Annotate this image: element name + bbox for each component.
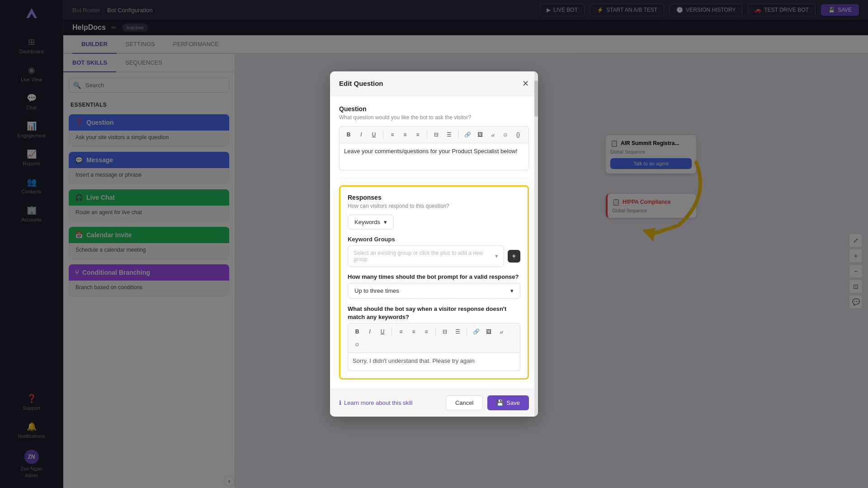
prompt-label: How many times should the bot prompt for…	[348, 273, 520, 280]
learn-more-link[interactable]: ℹ Learn more about this skill	[339, 399, 413, 406]
align-right-button[interactable]: ≡	[412, 129, 423, 140]
responses-section: Responses How can visitors respond to th…	[339, 185, 529, 380]
chevron-down-icon: ▾	[384, 219, 387, 225]
modal-title: Edit Question	[339, 80, 383, 87]
cancel-button[interactable]: Cancel	[446, 395, 483, 410]
unordered-list-button[interactable]: ☰	[443, 129, 454, 140]
prompt-select[interactable]: Up to three times ▾	[348, 283, 520, 299]
mismatch-align-right-button[interactable]: ≡	[421, 326, 432, 337]
mismatch-bold-button[interactable]: B	[352, 326, 363, 337]
save-button[interactable]: 💾 Save	[487, 395, 529, 410]
question-label: Question	[339, 105, 529, 113]
chevron-down-icon: ▾	[495, 253, 498, 259]
modal-body: Question What question would you like th…	[330, 96, 538, 389]
toolbar-sep-1	[383, 130, 383, 139]
modal-divider	[339, 178, 529, 178]
modal-close-button[interactable]: ✕	[522, 79, 529, 89]
question-section: Question What question would you like th…	[339, 105, 529, 170]
mismatch-align-left-button[interactable]: ≡	[396, 326, 406, 337]
mismatch-italic-button[interactable]: I	[364, 326, 375, 337]
mismatch-emoji-button[interactable]: ☺	[352, 339, 363, 350]
info-icon: ℹ	[339, 399, 341, 406]
mismatch-editor-toolbar: B I U ≡ ≡ ≡ ⊟ ☰ 🔗 🖼 𝑎 ☺	[348, 323, 520, 353]
modal-header: Edit Question ✕	[330, 71, 538, 96]
mismatch-unordered-list-button[interactable]: ☰	[452, 326, 463, 337]
align-left-button[interactable]: ≡	[387, 129, 398, 140]
italic2-button[interactable]: 𝑎	[487, 129, 498, 140]
image-button[interactable]: 🖼	[475, 129, 486, 140]
toolbar-sep-3	[458, 130, 458, 139]
link-button[interactable]: 🔗	[462, 129, 473, 140]
mismatch-link-button[interactable]: 🔗	[471, 326, 481, 337]
mismatch-ordered-list-button[interactable]: ⊟	[439, 326, 450, 337]
responses-sublabel: How can visitors respond to this questio…	[348, 203, 520, 209]
variable-button[interactable]: {}	[513, 129, 524, 140]
mismatch-italic2-button[interactable]: 𝑎	[496, 326, 507, 337]
mismatch-image-button[interactable]: 🖼	[483, 326, 494, 337]
scroll-thumb	[534, 80, 538, 117]
toolbar-sep-2	[427, 130, 427, 139]
mismatch-label: What should the bot say when a visitor r…	[348, 305, 520, 321]
emoji-button[interactable]: ☺	[500, 129, 511, 140]
mismatch-text-editor[interactable]: Sorry, I didn't understand that. Please …	[348, 353, 520, 371]
add-group-button[interactable]: +	[508, 250, 520, 263]
keyword-groups-label: Keyword Groups	[348, 236, 520, 243]
modal-footer: ℹ Learn more about this skill Cancel 💾 S…	[330, 389, 538, 417]
keywords-button[interactable]: Keywords ▾	[348, 215, 394, 230]
keyword-groups-row: Select an existing group or click the pl…	[348, 245, 520, 267]
mismatch-align-center-button[interactable]: ≡	[408, 326, 419, 337]
question-sublabel: What question would you like the bot to …	[339, 114, 529, 121]
question-editor-toolbar: B I U ≡ ≡ ≡ ⊟ ☰ 🔗 🖼 𝑎 ☺ {}	[339, 126, 529, 143]
chevron-down-icon: ▾	[510, 287, 514, 294]
mismatch-underline-button[interactable]: U	[377, 326, 388, 337]
responses-label: Responses	[348, 194, 520, 201]
align-center-button[interactable]: ≡	[400, 129, 410, 140]
ordered-list-button[interactable]: ⊟	[431, 129, 442, 140]
scroll-indicator[interactable]	[534, 71, 538, 417]
modal-overlay: Edit Question ✕ Question What question w…	[0, 0, 868, 488]
italic-button[interactable]: I	[356, 129, 367, 140]
keyword-dropdown: Keywords ▾	[348, 215, 520, 230]
edit-question-modal: Edit Question ✕ Question What question w…	[330, 71, 538, 417]
underline-button[interactable]: U	[368, 129, 379, 140]
keyword-groups-select[interactable]: Select an existing group or click the pl…	[348, 245, 504, 267]
bold-button[interactable]: B	[343, 129, 354, 140]
save-modal-icon: 💾	[496, 399, 504, 406]
question-text-editor[interactable]: Leave your comments/questions for your P…	[339, 143, 529, 170]
